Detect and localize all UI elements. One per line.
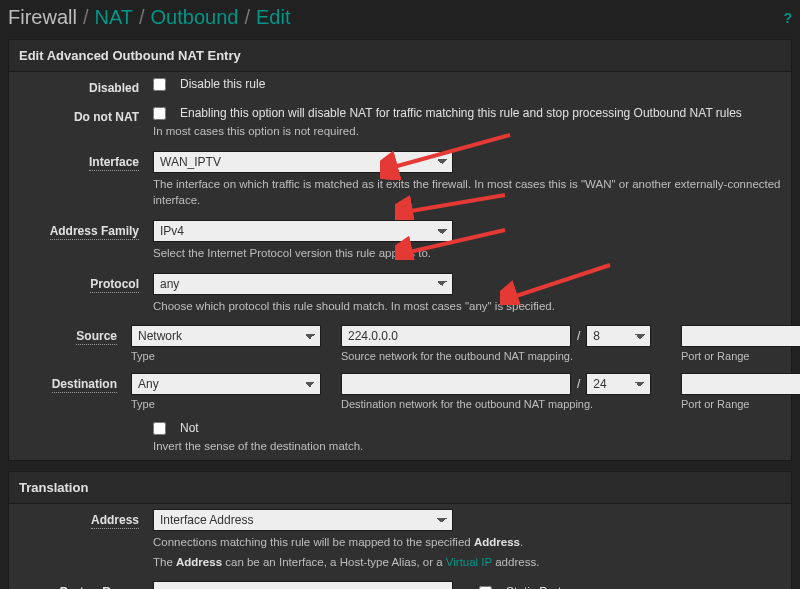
dest-address-input[interactable] xyxy=(341,373,571,395)
label-trans-port: Port or Range xyxy=(60,585,139,589)
virtual-ip-link[interactable]: Virtual IP xyxy=(446,556,492,568)
slash-icon: / xyxy=(577,377,580,391)
dest-mask-select[interactable]: 24 xyxy=(586,373,651,395)
disabled-checkbox[interactable] xyxy=(153,78,166,91)
label-source: Source xyxy=(76,329,117,345)
af-help: Select the Internet Protocol version thi… xyxy=(153,245,781,262)
dest-addr-sub: Destination network for the outbound NAT… xyxy=(341,398,671,410)
af-select[interactable]: IPv4 xyxy=(153,220,453,242)
dest-port-sub: Port or Range xyxy=(681,398,781,410)
source-address-input[interactable] xyxy=(341,325,571,347)
interface-select[interactable]: WAN_IPTV xyxy=(153,151,453,173)
protocol-help: Choose which protocol this rule should m… xyxy=(153,298,781,315)
trans-address-help2: The Address can be an Interface, a Host-… xyxy=(153,554,781,571)
slash-icon: / xyxy=(577,329,580,343)
label-af: Address Family xyxy=(50,224,139,240)
breadcrumb-outbound[interactable]: Outbound xyxy=(151,6,239,29)
donotnat-help: In most cases this option is not require… xyxy=(153,123,781,140)
panel-edit-entry: Edit Advanced Outbound NAT Entry Disable… xyxy=(8,39,792,461)
source-addr-sub: Source network for the outbound NAT mapp… xyxy=(341,350,671,362)
not-cb-label: Not xyxy=(180,421,199,435)
breadcrumb-nat[interactable]: NAT xyxy=(94,6,133,29)
panel-title: Translation xyxy=(9,472,791,504)
label-donotnat: Do not NAT xyxy=(74,110,139,124)
dest-type-select[interactable]: Any xyxy=(131,373,321,395)
breadcrumb-sep: / xyxy=(244,6,250,29)
label-protocol: Protocol xyxy=(90,277,139,293)
source-type-sub: Type xyxy=(131,350,331,362)
dest-port-input[interactable] xyxy=(681,373,800,395)
label-destination: Destination xyxy=(52,377,117,393)
not-help: Invert the sense of the destination matc… xyxy=(153,438,781,455)
label-interface: Interface xyxy=(89,155,139,171)
trans-address-help1: Connections matching this rule will be m… xyxy=(153,534,781,551)
source-port-sub: Port or Range xyxy=(681,350,781,362)
breadcrumb-sep: / xyxy=(83,6,89,29)
donotnat-cb-label: Enabling this option will disable NAT fo… xyxy=(180,106,742,120)
label-trans-address: Address xyxy=(91,513,139,529)
static-port-label: Static Port xyxy=(506,585,561,589)
source-mask-select[interactable]: 8 xyxy=(586,325,651,347)
interface-help: The interface on which traffic is matche… xyxy=(153,176,781,209)
protocol-select[interactable]: any xyxy=(153,273,453,295)
dest-type-sub: Type xyxy=(131,398,331,410)
disabled-cb-label: Disable this rule xyxy=(180,77,265,91)
help-icon[interactable]: ? xyxy=(783,10,792,26)
source-type-select[interactable]: Network xyxy=(131,325,321,347)
label-disabled: Disabled xyxy=(89,81,139,95)
breadcrumb-firewall[interactable]: Firewall xyxy=(8,6,77,29)
panel-title: Edit Advanced Outbound NAT Entry xyxy=(9,40,791,72)
donotnat-checkbox[interactable] xyxy=(153,107,166,120)
trans-address-select[interactable]: Interface Address xyxy=(153,509,453,531)
trans-port-input[interactable] xyxy=(153,581,453,589)
not-checkbox[interactable] xyxy=(153,422,166,435)
breadcrumb: Firewall / NAT / Outbound / Edit ? xyxy=(8,6,792,29)
panel-translation: Translation Address Interface Address Co… xyxy=(8,471,792,589)
breadcrumb-sep: / xyxy=(139,6,145,29)
breadcrumb-edit: Edit xyxy=(256,6,290,29)
source-port-input[interactable] xyxy=(681,325,800,347)
